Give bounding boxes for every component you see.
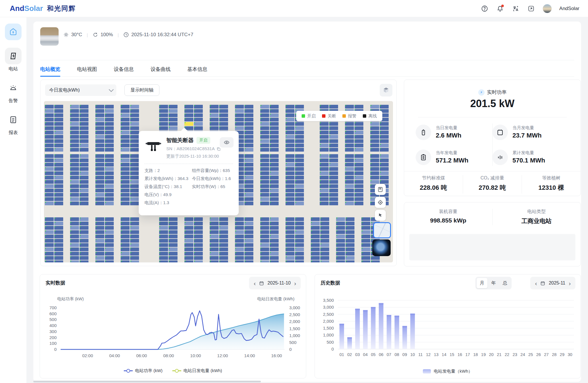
solar-panel[interactable] [295,202,304,205]
horizontal-scrollbar[interactable] [33,381,261,382]
solar-panel[interactable] [105,235,114,238]
solar-panel[interactable] [235,122,244,126]
solar-panel[interactable] [345,197,354,201]
solar-panel[interactable] [121,193,130,197]
solar-panel[interactable] [320,131,329,134]
solar-panel[interactable] [370,135,379,139]
solar-panel[interactable] [345,126,354,130]
solar-panel[interactable] [286,122,294,126]
solar-panel[interactable] [70,247,79,251]
user-avatar[interactable] [543,4,552,13]
solar-panel[interactable] [361,256,370,260]
solar-panel[interactable] [320,197,329,201]
solar-panel[interactable] [121,180,130,184]
sidebar-item-home[interactable] [5,24,22,40]
solar-panel[interactable] [354,139,363,143]
solar-panel[interactable] [130,230,139,234]
solar-panel[interactable] [159,109,168,113]
solar-panel[interactable] [244,135,253,139]
solar-panel[interactable] [121,131,130,134]
solar-panel[interactable] [80,197,88,201]
solar-panel[interactable] [320,202,329,205]
solar-panel[interactable] [235,109,244,113]
solar-panel[interactable] [54,148,63,152]
solar-panel[interactable] [95,113,104,117]
solar-panel[interactable] [70,217,79,221]
solar-panel[interactable] [70,135,79,139]
solar-panel[interactable] [219,109,228,113]
solar-panel[interactable] [286,260,294,262]
solar-panel[interactable] [345,184,354,188]
solar-panel[interactable] [345,131,354,134]
solar-panel[interactable] [80,243,88,247]
solar-panel[interactable] [95,189,104,192]
solar-panel[interactable] [54,176,63,179]
solar-panel[interactable] [286,235,294,238]
solar-panel[interactable] [346,243,354,247]
solar-panel[interactable] [270,131,279,134]
solar-panel[interactable] [95,197,104,201]
selected-solar-panel[interactable] [184,122,193,126]
solar-panel[interactable] [295,252,304,256]
solar-panel[interactable] [320,126,329,130]
solar-panel[interactable] [70,222,79,225]
solar-panel[interactable] [169,252,178,256]
solar-panel[interactable] [70,180,79,184]
solar-panel[interactable] [286,243,294,247]
solar-panel[interactable] [260,167,269,171]
solar-panel[interactable] [320,184,329,188]
solar-panel[interactable] [121,222,130,225]
solar-panel[interactable] [244,260,253,262]
solar-panel[interactable] [121,217,130,221]
solar-panel[interactable] [130,158,139,162]
solar-panel[interactable] [320,158,329,162]
solar-panel[interactable] [295,256,304,260]
solar-panel[interactable] [320,222,329,225]
solar-panel[interactable] [295,217,304,221]
solar-panel[interactable] [320,154,329,158]
solar-panel[interactable] [354,148,363,152]
solar-panel[interactable] [70,158,79,162]
solar-panel[interactable] [45,105,54,109]
user-name[interactable]: AndSolar [559,6,579,11]
solar-panel[interactable] [184,217,193,221]
solar-panel[interactable] [329,154,338,158]
solar-panel[interactable] [130,247,139,251]
solar-panel[interactable] [354,197,363,201]
solar-panel[interactable] [286,197,294,201]
solar-panel[interactable] [95,167,104,171]
solar-panel[interactable] [130,154,139,158]
solar-panel[interactable] [95,256,104,260]
solar-panel[interactable] [270,252,279,256]
solar-panel[interactable] [346,235,354,238]
solar-panel[interactable] [105,256,114,260]
solar-panel[interactable] [361,252,370,256]
solar-panel[interactable] [45,126,54,130]
solar-panel[interactable] [121,118,130,121]
solar-panel[interactable] [244,171,253,175]
solar-panel[interactable] [286,176,294,179]
solar-panel[interactable] [270,184,279,188]
solar-panel[interactable] [121,197,130,201]
solar-panel[interactable] [95,131,104,134]
solar-panel[interactable] [346,217,354,221]
solar-panel[interactable] [95,144,104,147]
solar-panel[interactable] [169,126,178,130]
solar-panel[interactable] [346,256,354,260]
solar-panel[interactable] [354,122,363,126]
solar-panel[interactable] [320,247,329,251]
solar-panel[interactable] [361,217,370,221]
solar-panel[interactable] [70,113,79,117]
solar-panel[interactable] [345,167,354,171]
solar-panel[interactable] [329,180,338,184]
solar-panel[interactable] [80,235,88,238]
next-date-icon[interactable]: › [294,280,296,286]
solar-panel[interactable] [260,171,269,175]
solar-panel[interactable] [70,176,79,179]
solar-panel[interactable] [244,239,253,243]
solar-panel[interactable] [95,193,104,197]
solar-panel[interactable] [45,148,54,152]
solar-panel[interactable] [270,176,279,179]
solar-panel[interactable] [54,105,63,109]
solar-panel[interactable] [54,163,63,167]
